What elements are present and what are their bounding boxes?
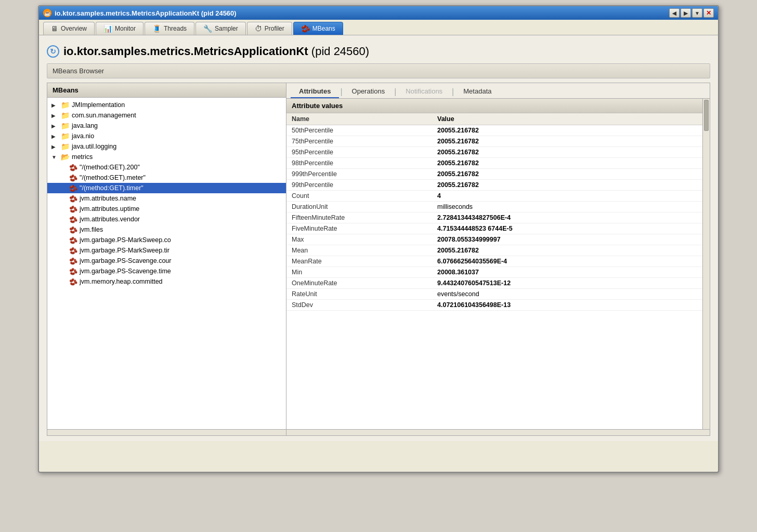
tab-profiler-label: Profiler <box>265 25 284 32</box>
right-horizontal-scrollbar[interactable] <box>286 429 710 435</box>
tree-item-jvm-attributes-vendor[interactable]: 🫘 jvm.attributes.vendor <box>47 214 286 224</box>
attr-value: events/second <box>432 289 702 300</box>
tab-overview[interactable]: 🖥 Overview <box>43 22 95 35</box>
tree-item-jvm-attributes-uptime[interactable]: 🫘 jvm.attributes.uptime <box>47 204 286 214</box>
attr-value: 20055.216782 <box>432 125 702 136</box>
tree-item-metrics[interactable]: ▼ 📂 metrics <box>47 152 286 162</box>
table-row: RateUnit events/second <box>286 289 702 300</box>
table-row: Max 20078.055334999997 <box>286 234 702 245</box>
tab-mbeans[interactable]: 🫘 MBeans <box>293 22 343 35</box>
table-row: FiveMinuteRate 4.715344448523 6744E-5 <box>286 223 702 234</box>
bean-icon: 🫘 <box>69 257 77 265</box>
bean-icon: 🫘 <box>69 225 77 234</box>
tree-item-label: metrics <box>72 153 93 161</box>
tree-item-label: jvm.garbage.PS-Scavenge.cour <box>80 257 171 264</box>
app-title-text: io.ktor.samples.metrics.MetricsApplicati… <box>63 45 369 58</box>
attr-name: 98thPercentile <box>286 158 432 169</box>
tab-sampler[interactable]: 🔧 Sampler <box>195 22 246 35</box>
tree-item-label: jvm.garbage.PS-MarkSweep.tir <box>80 247 169 254</box>
attr-name: 75thPercentile <box>286 136 432 147</box>
table-row: MeanRate 6.076662564035569E-4 <box>286 256 702 267</box>
attr-name: Min <box>286 267 432 278</box>
tree-item-jvm-garbage-ps-scavenge-cour[interactable]: 🫘 jvm.garbage.PS-Scavenge.cour <box>47 256 286 266</box>
right-scrollbar[interactable] <box>702 99 710 429</box>
attribute-values-panel: Attribute values Name Value 50thPercenti… <box>286 99 702 429</box>
tab-separator-2: | <box>393 87 397 97</box>
nav-back-button[interactable]: ◀ <box>669 8 680 18</box>
col-header-value: Value <box>432 113 702 125</box>
attr-values-header: Attribute values <box>286 99 702 113</box>
tab-threads[interactable]: 🧵 Threads <box>145 22 194 35</box>
attr-name: MeanRate <box>286 256 432 267</box>
tree-item-label: jvm.garbage.PS-Scavenge.time <box>80 268 171 275</box>
nav-forward-button[interactable]: ▶ <box>681 8 691 18</box>
tree-item-jmimplementation[interactable]: ▶ 📁 JMImplementation <box>47 100 286 110</box>
tree-item-jvm-memory-heap-committed[interactable]: 🫘 jvm.memory.heap.committed <box>47 276 286 287</box>
tab-profiler[interactable]: ⏱ Profiler <box>247 22 292 35</box>
attr-name: RateUnit <box>286 289 432 300</box>
overview-icon: 🖥 <box>51 24 58 33</box>
tab-sampler-label: Sampler <box>215 25 238 32</box>
tree-view[interactable]: ▶ 📁 JMImplementation ▶ 📁 com.sun.managem… <box>47 98 286 429</box>
folder-icon: 📁 <box>61 111 70 119</box>
mbeans-icon: 🫘 <box>301 24 310 33</box>
tree-item-jvm-garbage-ps-marksweep-tir[interactable]: 🫘 jvm.garbage.PS-MarkSweep.tir <box>47 245 286 256</box>
attr-value: 20055.216782 <box>432 169 702 180</box>
right-tab-bar: Attributes | Operations | Notifications … <box>286 83 710 99</box>
expand-arrow: ▶ <box>51 134 59 139</box>
tab-operations[interactable]: Operations <box>344 85 394 98</box>
sampler-icon: 🔧 <box>203 24 212 33</box>
folder-icon-open: 📂 <box>61 153 70 161</box>
table-row: 98thPercentile 20055.216782 <box>286 158 702 169</box>
main-content: ↻ io.ktor.samples.metrics.MetricsApplica… <box>39 35 718 441</box>
tree-item-jvm-attributes-name[interactable]: 🫘 jvm.attributes.name <box>47 193 286 204</box>
folder-icon: 📁 <box>61 122 70 130</box>
tree-item-get-meter[interactable]: 🫘 "/(method:GET).meter" <box>47 172 286 183</box>
tree-item-get-timer[interactable]: 🫘 "/(method:GET).timer" <box>47 183 286 193</box>
app-icon: ☕ <box>43 9 51 17</box>
loading-icon: ↻ <box>47 45 59 58</box>
bean-icon: 🫘 <box>69 194 77 203</box>
close-button[interactable]: ✕ <box>703 8 714 18</box>
tree-item-jvm-garbage-ps-marksweep-co[interactable]: 🫘 jvm.garbage.PS-MarkSweep.co <box>47 235 286 245</box>
main-window: ☕ io.ktor.samples.metrics.MetricsApplica… <box>38 5 719 473</box>
table-row: OneMinuteRate 9.443240760547513E-12 <box>286 278 702 289</box>
title-bar-controls: ◀ ▶ ▼ ✕ <box>669 8 714 18</box>
tab-monitor[interactable]: 📊 Monitor <box>96 22 143 35</box>
left-pane-scrollbar[interactable] <box>47 429 286 435</box>
tree-item-get-200[interactable]: 🫘 "/(method:GET).200" <box>47 162 286 172</box>
bean-icon: 🫘 <box>69 267 77 275</box>
bean-icon: 🫘 <box>69 246 77 255</box>
tab-attributes[interactable]: Attributes <box>291 85 339 98</box>
table-row-count: Count 4 <box>286 191 702 202</box>
bean-icon: 🫘 <box>69 277 77 286</box>
tree-item-label: "/(method:GET).meter" <box>80 174 146 181</box>
tree-item-jvm-garbage-ps-scavenge-time[interactable]: 🫘 jvm.garbage.PS-Scavenge.time <box>47 266 286 276</box>
tree-item-java-lang[interactable]: ▶ 📁 java.lang <box>47 121 286 131</box>
attr-value: 20055.216782 <box>432 158 702 169</box>
bean-icon: 🫘 <box>69 215 77 223</box>
attr-name: Max <box>286 234 432 245</box>
window-title: io.ktor.samples.metrics.MetricsApplicati… <box>55 9 237 17</box>
title-bar-left: ☕ io.ktor.samples.metrics.MetricsApplica… <box>43 9 237 17</box>
tab-metadata[interactable]: Metadata <box>455 85 500 98</box>
right-pane: Attributes | Operations | Notifications … <box>286 83 710 435</box>
scrollbar-thumb[interactable] <box>704 100 709 131</box>
split-pane: MBeans ▶ 📁 JMImplementation ▶ 📁 com.sun.… <box>47 83 710 436</box>
attr-name: OneMinuteRate <box>286 278 432 289</box>
minimize-button[interactable]: ▼ <box>692 8 702 18</box>
attr-value: 20055.216782 <box>432 180 702 191</box>
tree-item-java-util-logging[interactable]: ▶ 📁 java.util.logging <box>47 141 286 152</box>
attr-name: FiveMinuteRate <box>286 223 432 234</box>
tree-item-jvm-files[interactable]: 🫘 jvm.files <box>47 224 286 235</box>
attr-value: 20055.216782 <box>432 147 702 158</box>
table-row: 99thPercentile 20055.216782 <box>286 180 702 191</box>
tree-item-label: java.nio <box>72 132 94 140</box>
attr-name: Count <box>286 191 432 202</box>
tree-item-com-sun-management[interactable]: ▶ 📁 com.sun.management <box>47 110 286 121</box>
section-header: MBeans Browser <box>47 63 710 78</box>
table-row: Min 20008.361037 <box>286 267 702 278</box>
tree-item-java-nio[interactable]: ▶ 📁 java.nio <box>47 131 286 141</box>
tree-item-label: java.lang <box>72 122 98 129</box>
attr-name: Mean <box>286 245 432 256</box>
